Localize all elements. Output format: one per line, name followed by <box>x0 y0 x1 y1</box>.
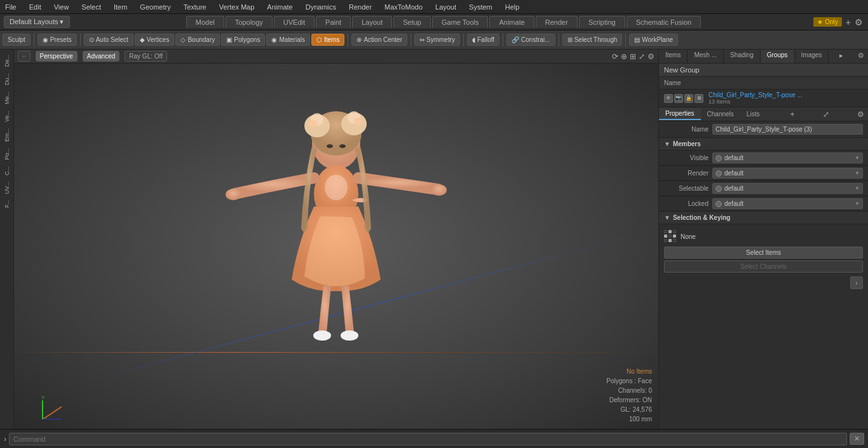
keying-forward-btn[interactable]: › <box>850 276 863 289</box>
tab-shading[interactable]: Shading <box>724 50 761 63</box>
props-add-btn[interactable]: + <box>787 109 799 120</box>
tab-scripting[interactable]: Scripting <box>579 16 625 28</box>
members-section-header[interactable]: ▼ Members <box>659 138 868 151</box>
panel-options-btn[interactable]: ⚙ <box>854 50 868 63</box>
menu-layout[interactable]: Layout <box>433 2 459 12</box>
menu-system[interactable]: System <box>466 2 495 12</box>
keying-section: None Select Items Select Channels › <box>659 224 868 278</box>
tab-items[interactable]: Items <box>659 50 688 63</box>
autoselect-btn[interactable]: ⊙ Auto Select <box>84 34 133 46</box>
props-tab-lists[interactable]: Lists <box>740 109 766 119</box>
viewport-icon-settings[interactable]: ⚙ <box>648 52 654 61</box>
star-badge[interactable]: ★ Only <box>813 17 841 27</box>
render-select[interactable]: default ▼ <box>712 168 863 179</box>
group-item[interactable]: 👁 📷 🔒 ⚙ Child_Girl_Party_Style_T-pose ..… <box>659 90 868 107</box>
visible-select[interactable]: default ▼ <box>712 153 863 163</box>
new-group-bar[interactable]: New Group <box>659 64 868 77</box>
toolbar-sep-2 <box>80 34 81 46</box>
menu-item[interactable]: Item <box>111 2 130 12</box>
menu-render[interactable]: Render <box>346 2 374 12</box>
props-tab-channels[interactable]: Channels <box>701 109 740 119</box>
sidebar-item-de[interactable]: De... <box>3 52 11 69</box>
sidebar-item-me[interactable]: Me... <box>3 89 11 107</box>
sculpt-btn[interactable]: Sculpt <box>3 34 31 46</box>
menu-geometry[interactable]: Geometry <box>137 2 173 12</box>
props-tab-properties[interactable]: Properties <box>659 108 701 120</box>
menu-animate[interactable]: Animate <box>264 2 295 12</box>
add-layout-btn[interactable]: + <box>846 17 851 27</box>
materials-btn[interactable]: ◉ Materials <box>266 34 310 46</box>
menu-vertex-map[interactable]: Vertex Map <box>217 2 257 12</box>
tab-topology[interactable]: Topology <box>226 16 273 28</box>
sidebar-item-c[interactable]: C... <box>3 164 11 178</box>
layout-dropdown[interactable]: Default Layouts ▾ <box>4 16 70 28</box>
viewport-canvas[interactable]: X Y Z No Items Polygons : Face Channels:… <box>14 64 658 429</box>
select-channels-btn[interactable]: Select Channels <box>664 261 863 273</box>
vertices-btn[interactable]: ◆ Vertices <box>135 34 175 46</box>
presets-btn[interactable]: ◉ Presets <box>37 34 77 46</box>
sidebar-item-uv[interactable]: UV... <box>3 179 11 196</box>
menu-edit[interactable]: Edit <box>27 2 44 12</box>
tab-layout[interactable]: Layout <box>352 16 392 28</box>
tab-setup[interactable]: Setup <box>393 16 431 28</box>
command-input[interactable] <box>9 433 847 445</box>
keying-title: Selection & Keying <box>673 214 731 221</box>
viewport-advanced-btn[interactable]: Advanced <box>83 51 119 62</box>
viewport-raygl-btn[interactable]: Ray GL: Off <box>125 51 167 62</box>
selection-keying-header[interactable]: ▼ Selection & Keying <box>659 212 868 224</box>
menu-select[interactable]: Select <box>79 2 104 12</box>
viewport-btn-dots[interactable]: ·· <box>18 51 31 62</box>
boundary-btn[interactable]: ◇ Boundary <box>175 34 220 46</box>
name-input[interactable] <box>712 124 863 135</box>
tab-schematic-fusion[interactable]: Schematic Fusion <box>627 16 701 28</box>
group-visibility-btn[interactable]: 👁 <box>664 94 673 103</box>
selectable-select[interactable]: default ▼ <box>712 183 863 194</box>
viewport-icon-expand[interactable]: ⤢ <box>639 52 645 61</box>
tab-uvedit[interactable]: UVEdit <box>274 16 315 28</box>
constrain-btn[interactable]: 🔗 Constrai... <box>506 34 555 46</box>
menu-view[interactable]: View <box>51 2 72 12</box>
svg-point-5 <box>309 119 317 127</box>
group-render-btn[interactable]: 📷 <box>674 94 683 103</box>
falloff-btn[interactable]: ◖ Falloff <box>467 34 499 46</box>
group-extra-btn[interactable]: ⚙ <box>695 94 703 103</box>
items-btn[interactable]: ⬡ Items <box>311 34 344 46</box>
tab-paint[interactable]: Paint <box>316 16 351 28</box>
bottom-arrow[interactable]: › <box>4 435 6 444</box>
menu-dynamics[interactable]: Dynamics <box>303 2 339 12</box>
props-expand-btn[interactable]: ⤢ <box>819 109 833 120</box>
group-lock-btn[interactable]: 🔒 <box>684 94 693 103</box>
tab-groups[interactable]: Groups <box>761 50 795 63</box>
menu-help[interactable]: Help <box>503 2 522 12</box>
menu-maxtomodo[interactable]: MaxToModo <box>382 2 425 12</box>
sidebar-item-du[interactable]: Du... <box>3 71 11 88</box>
locked-select[interactable]: default ▼ <box>712 198 863 209</box>
viewport-icon-pan[interactable]: ⊞ <box>630 52 636 61</box>
workplane-btn[interactable]: ▤ WorkPlane <box>629 34 678 46</box>
tab-mesh[interactable]: Mesh ... <box>688 50 724 63</box>
select-items-btn[interactable]: Select Items <box>664 247 863 259</box>
command-clear-btn[interactable]: ✕ <box>850 433 864 445</box>
panel-expand-btn[interactable]: ▸ <box>836 50 847 63</box>
sidebar-item-f[interactable]: F... <box>3 198 11 210</box>
symmetry-btn[interactable]: ⇔ Symmetry <box>414 34 460 46</box>
layout-options-icon[interactable]: ⚙ <box>855 17 863 27</box>
tab-game-tools[interactable]: Game Tools <box>432 16 489 28</box>
select-through-btn[interactable]: ⊞ Select Through <box>562 34 623 46</box>
viewport-icon-rotate[interactable]: ⟳ <box>612 52 618 61</box>
menu-file[interactable]: File <box>3 2 19 12</box>
viewport-icon-zoom[interactable]: ⊕ <box>621 52 627 61</box>
sidebar-item-ve[interactable]: Ve... <box>3 108 11 125</box>
tab-model[interactable]: Model <box>186 16 224 28</box>
props-options-btn[interactable]: ⚙ <box>853 109 868 120</box>
tab-animate[interactable]: Animate <box>489 16 534 28</box>
viewport-perspective-btn[interactable]: Perspective <box>36 51 78 62</box>
materials-icon: ◉ <box>271 36 277 43</box>
sidebar-item-em[interactable]: Em... <box>3 126 11 144</box>
polygons-btn[interactable]: ▣ Polygons <box>221 34 265 46</box>
menu-texture[interactable]: Texture <box>181 2 209 12</box>
action-center-btn[interactable]: ⊕ Action Center <box>351 34 407 46</box>
tab-render[interactable]: Render <box>536 16 578 28</box>
tab-images[interactable]: Images <box>795 50 829 63</box>
sidebar-item-po[interactable]: Po... <box>3 146 11 163</box>
